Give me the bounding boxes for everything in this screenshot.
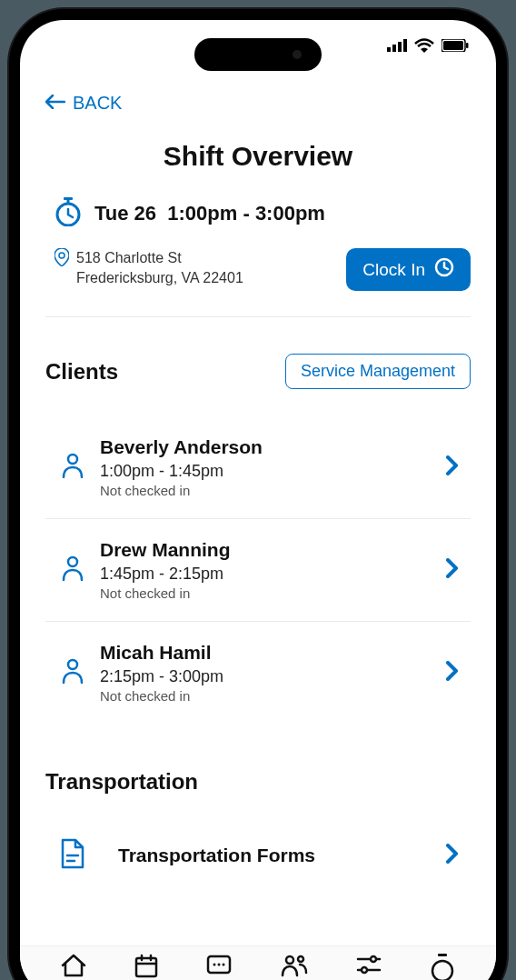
svg-rect-8 <box>67 199 70 203</box>
svg-point-26 <box>298 956 303 962</box>
svg-rect-0 <box>387 47 391 52</box>
client-time: 1:45pm - 2:15pm <box>100 565 434 584</box>
clients-list: Beverly Anderson 1:00pm - 1:45pm Not che… <box>45 416 471 724</box>
person-icon <box>61 555 84 585</box>
nav-home[interactable] <box>60 954 87 977</box>
address-block: 518 Charlotte St Fredericksburg, VA 2240… <box>55 248 243 289</box>
person-icon <box>61 658 84 687</box>
client-name: Beverly Anderson <box>100 436 434 458</box>
svg-point-12 <box>68 455 77 464</box>
svg-point-30 <box>362 967 367 973</box>
chevron-right-icon <box>446 844 459 867</box>
transportation-forms-row[interactable]: Transportation Forms <box>45 822 471 889</box>
svg-rect-1 <box>392 45 396 52</box>
shift-time-range: 1:00pm - 3:00pm <box>167 202 325 225</box>
svg-point-14 <box>68 660 77 669</box>
nav-calendar[interactable] <box>134 954 159 979</box>
client-time: 1:00pm - 1:45pm <box>100 462 434 481</box>
home-icon <box>60 954 87 977</box>
shift-day-time: Tue 26 1:00pm - 3:00pm <box>94 202 325 225</box>
notch <box>194 38 322 71</box>
document-icon <box>60 838 85 873</box>
client-status: Not checked in <box>100 483 434 498</box>
svg-rect-31 <box>438 954 447 956</box>
calendar-icon <box>134 954 159 979</box>
svg-point-24 <box>223 964 225 966</box>
nav-messages[interactable] <box>205 954 233 977</box>
nav-settings[interactable] <box>355 954 382 975</box>
client-name: Drew Manning <box>100 539 434 561</box>
address-line1: 518 Charlotte St <box>76 248 243 268</box>
people-icon <box>280 954 309 977</box>
chevron-right-icon <box>446 558 459 582</box>
arrow-left-icon <box>45 93 65 114</box>
nav-people[interactable] <box>280 954 309 977</box>
address-text: 518 Charlotte St Fredericksburg, VA 2240… <box>76 248 243 289</box>
svg-point-10 <box>59 253 64 258</box>
address-line2: Fredericksburg, VA 22401 <box>76 268 243 288</box>
svg-point-23 <box>218 964 221 966</box>
client-row[interactable]: Beverly Anderson 1:00pm - 1:45pm Not che… <box>45 416 471 519</box>
clock-in-button[interactable]: Clock In <box>346 248 471 291</box>
sliders-icon <box>355 954 382 975</box>
client-status: Not checked in <box>100 688 434 704</box>
shift-time-row: Tue 26 1:00pm - 3:00pm <box>45 197 471 230</box>
address-row: 518 Charlotte St Fredericksburg, VA 2240… <box>45 248 471 317</box>
client-name: Micah Hamil <box>100 642 434 664</box>
chevron-right-icon <box>446 661 459 685</box>
clock-in-label: Clock In <box>362 260 425 280</box>
service-management-button[interactable]: Service Management <box>285 354 471 389</box>
svg-point-28 <box>371 956 376 962</box>
clients-title: Clients <box>45 359 118 385</box>
svg-point-13 <box>68 557 77 566</box>
client-status: Not checked in <box>100 585 434 601</box>
content-area: BACK Shift Overview Tue 26 1:00pm - 3:00… <box>20 75 496 980</box>
phone-screen: BACK Shift Overview Tue 26 1:00pm - 3:00… <box>20 20 496 980</box>
client-row[interactable]: Drew Manning 1:45pm - 2:15pm Not checked… <box>45 519 471 622</box>
clock-icon <box>434 257 454 282</box>
svg-rect-6 <box>466 43 469 48</box>
back-button[interactable]: BACK <box>45 93 471 114</box>
shift-day: Tue 26 <box>94 202 156 225</box>
stopwatch-icon <box>55 197 82 230</box>
client-row[interactable]: Micah Hamil 2:15pm - 3:00pm Not checked … <box>45 622 471 724</box>
transportation-title: Transportation <box>45 769 471 795</box>
bottom-nav <box>20 945 496 980</box>
svg-point-25 <box>286 956 293 964</box>
page-title: Shift Overview <box>45 141 471 172</box>
svg-rect-5 <box>443 41 463 50</box>
message-icon <box>205 954 233 977</box>
status-icons <box>387 38 469 56</box>
person-icon <box>61 453 84 482</box>
stopwatch-nav-icon <box>429 954 456 980</box>
svg-rect-17 <box>136 958 156 976</box>
nav-timer[interactable] <box>429 954 456 980</box>
location-pin-icon <box>55 248 69 289</box>
client-time: 2:15pm - 3:00pm <box>100 667 434 686</box>
transportation-forms-label: Transportation Forms <box>100 845 434 866</box>
chevron-right-icon <box>446 455 459 479</box>
svg-rect-2 <box>398 42 402 52</box>
svg-point-22 <box>213 964 216 966</box>
wifi-icon <box>414 38 434 56</box>
phone-frame: BACK Shift Overview Tue 26 1:00pm - 3:00… <box>9 9 507 980</box>
back-label: BACK <box>73 93 122 114</box>
battery-icon <box>442 39 469 55</box>
clients-header: Clients Service Management <box>45 354 471 389</box>
svg-point-32 <box>432 961 452 980</box>
cellular-icon <box>387 39 407 55</box>
svg-rect-3 <box>403 39 407 52</box>
